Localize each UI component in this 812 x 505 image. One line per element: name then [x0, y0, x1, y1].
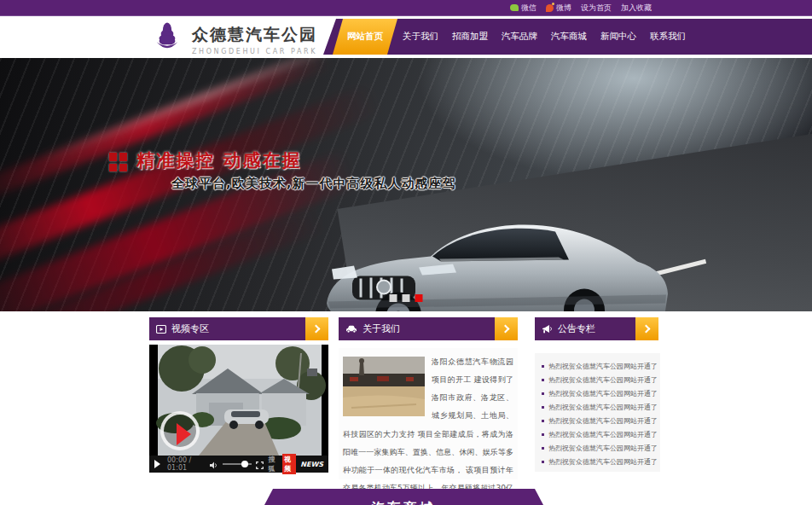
volume-slider[interactable] — [223, 463, 252, 465]
weibo-link[interactable]: 微博 — [546, 3, 571, 14]
banner-subline: 全球平台,欧美技术,新一代中高级私人动感座驾 — [171, 176, 455, 192]
notice-item[interactable]: 热烈祝贺众德慧汽车公园网站开通了！ — [535, 400, 660, 414]
bullet-icon — [542, 392, 544, 395]
bullet-icon — [542, 461, 544, 463]
about-content: 洛阳众德慧汽车物流园项目的开工 建设得到了洛阳市政府、洛龙区、城乡规划局、土地局… — [339, 348, 518, 479]
carousel-dot-3[interactable] — [415, 294, 423, 302]
bullet-icon — [542, 420, 544, 422]
chevron-right-icon — [642, 325, 651, 334]
notice-item[interactable]: 热烈祝贺众德慧汽车公园网站开通了！ — [535, 414, 660, 427]
sohu-brand: 搜狐 — [268, 455, 278, 473]
bottom-section-banner: 汽车商城 — [264, 489, 543, 505]
bullet-icon — [542, 365, 544, 368]
nav-item-about[interactable]: 关于我们 — [396, 19, 445, 55]
main-nav: 网站首页 关于我们 招商加盟 汽车品牌 汽车商城 新闻中心 联系我们 — [336, 19, 812, 55]
video-player: 00:00 / 01:01 搜狐 视频 NEWS — [149, 345, 328, 473]
notice-list: 热烈祝贺众德慧汽车公园网站开通了！ 热烈祝贺众德慧汽车公园网站开通了！ 热烈祝贺… — [535, 359, 660, 468]
notice-more-button[interactable] — [635, 317, 658, 340]
notice-item[interactable]: 热烈祝贺众德慧汽车公园网站开通了！ — [535, 359, 660, 373]
logo-subtitle: ZHONGDEHUI CAR PARK — [192, 48, 317, 55]
site-logo[interactable]: 众德慧汽车公园 ZHONGDEHUI CAR PARK — [149, 20, 317, 59]
bullet-icon — [542, 447, 544, 450]
logo-text: 众德慧汽车公园 ZHONGDEHUI CAR PARK — [192, 24, 317, 55]
video-panel-header: 视频专区 — [149, 317, 328, 340]
sohu-video-badge: 视频 — [282, 454, 296, 474]
notice-item[interactable]: 热烈祝贺众德慧汽车公园网站开通了！ — [535, 455, 660, 468]
fullscreen-icon[interactable] — [256, 456, 264, 473]
bullet-icon — [542, 406, 544, 409]
play-icon[interactable] — [154, 460, 160, 468]
video-more-button[interactable] — [305, 317, 328, 340]
red-squares-icon — [109, 153, 128, 171]
add-favorite-link[interactable]: 加入收藏 — [621, 3, 652, 14]
notice-panel-title: 公告专栏 — [558, 322, 595, 335]
nav-item-news[interactable]: 新闻中心 — [594, 19, 643, 55]
bullet-icon — [542, 433, 544, 436]
notice-item[interactable]: 热烈祝贺众德慧汽车公园网站开通了！ — [535, 441, 660, 455]
about-panel-header: 关于我们 — [339, 317, 518, 340]
hero-car-image — [303, 173, 678, 311]
nav-item-brands[interactable]: 汽车品牌 — [495, 19, 544, 55]
nav-item-home[interactable]: 网站首页 — [333, 19, 397, 55]
play-button-overlay[interactable] — [160, 411, 200, 450]
logo-flower-icon — [149, 20, 185, 59]
site-header: 众德慧汽车公园 ZHONGDEHUI CAR PARK 网站首页 关于我们 招商… — [0, 17, 812, 58]
notice-item[interactable]: 热烈祝贺众德慧汽车公园网站开通了！ — [535, 386, 660, 400]
video-icon — [156, 324, 166, 334]
video-controls: 00:00 / 01:01 搜狐 视频 NEWS — [149, 456, 328, 473]
news-brand: NEWS — [300, 461, 323, 468]
wechat-label: 微信 — [521, 3, 536, 14]
notice-panel-header: 公告专栏 — [535, 317, 658, 340]
notice-item[interactable]: 热烈祝贺众德慧汽车公园网站开通了！ — [535, 427, 660, 441]
chevron-right-icon — [312, 325, 321, 334]
nav-list: 网站首页 关于我们 招商加盟 汽车品牌 汽车商城 新闻中心 联系我们 — [336, 19, 812, 55]
car-icon — [345, 324, 357, 334]
speaker-icon[interactable] — [210, 456, 218, 473]
video-time: 00:00 / 01:01 — [167, 456, 201, 472]
about-photo — [343, 357, 425, 416]
carousel-dots — [390, 294, 423, 302]
carousel-dot-1[interactable] — [390, 294, 397, 302]
bottom-section-title: 汽车商城 — [264, 500, 543, 505]
notice-list-box: 热烈祝贺众德慧汽车公园网站开通了！ 热烈祝贺众德慧汽车公园网站开通了！ 热烈祝贺… — [535, 353, 660, 472]
bullet-icon — [542, 379, 544, 381]
nav-item-contact[interactable]: 联系我们 — [643, 19, 693, 55]
carousel-dot-2[interactable] — [403, 294, 410, 302]
banner-headline: 精准操控 动感在握 — [136, 148, 301, 172]
notice-item[interactable]: 热烈祝贺众德慧汽车公园网站开通了！ — [535, 373, 660, 386]
about-more-button[interactable] — [495, 317, 518, 340]
set-homepage-link[interactable]: 设为首页 — [581, 3, 612, 14]
wechat-icon — [510, 4, 519, 11]
logo-title: 众德慧汽车公园 — [192, 24, 317, 46]
chevron-right-icon — [502, 325, 510, 334]
wechat-link[interactable]: 微信 — [510, 3, 536, 14]
top-bar: 微信 微博 设为首页 加入收藏 — [0, 0, 812, 16]
nav-item-join[interactable]: 招商加盟 — [445, 19, 495, 55]
megaphone-icon — [542, 324, 553, 334]
video-panel-title: 视频专区 — [171, 322, 209, 335]
hero-banner: 精准操控 动感在握 全球平台,欧美技术,新一代中高级私人动感座驾 — [0, 58, 812, 311]
nav-item-mall[interactable]: 汽车商城 — [544, 19, 594, 55]
weibo-icon — [546, 4, 554, 12]
weibo-label: 微博 — [556, 3, 571, 14]
about-panel-title: 关于我们 — [362, 322, 400, 335]
topbar-links: 微信 微博 设为首页 加入收藏 — [510, 0, 652, 15]
